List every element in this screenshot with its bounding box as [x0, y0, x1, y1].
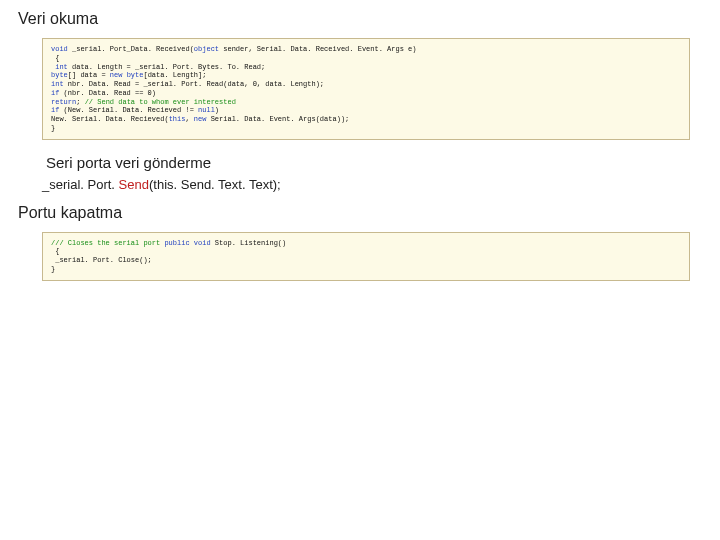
code-token: int — [51, 63, 68, 71]
heading-read: Veri okuma — [18, 10, 702, 28]
code-token: New. Serial. Data. Recieved( — [51, 115, 169, 123]
code-token: [data. Length]; — [143, 71, 206, 79]
api-call-line: _serial. Port. Send(this. Send. Text. Te… — [42, 177, 702, 192]
api-suffix: (this. Send. Text. Text); — [149, 177, 281, 192]
code-token: { — [51, 54, 59, 62]
code-token: sender, Serial. Data. Received. Event. A… — [219, 45, 416, 53]
code-token: Serial. Data. Event. Args(data)); — [206, 115, 349, 123]
code-token: , — [185, 115, 193, 123]
code-token: nbr. Data. Read = _serial. Port. Read(da… — [64, 80, 324, 88]
code-token: // Send data to whom ever interested — [85, 98, 236, 106]
code-token: } — [51, 265, 55, 273]
code-token: null — [198, 106, 215, 114]
code-token: _serial. Port_Data. Received( — [68, 45, 194, 53]
code-token: data. Length = _serial. Port. Bytes. To.… — [68, 63, 265, 71]
heading-close: Portu kapatma — [18, 204, 702, 222]
code-token: int — [51, 80, 64, 88]
code-token: [] data = — [68, 71, 110, 79]
code-token: (nbr. Data. Read == 0) — [59, 89, 156, 97]
code-token: ; — [76, 98, 84, 106]
code-token: (New. Serial. Data. Recieved != — [59, 106, 198, 114]
code-token: } — [51, 124, 55, 132]
code-token: public void — [160, 239, 210, 247]
code-token: object — [194, 45, 219, 53]
code-token: ) — [215, 106, 219, 114]
api-prefix: _serial. Port. — [42, 177, 119, 192]
code-token: { — [51, 247, 59, 255]
code-token: _serial. Port. Close(); — [51, 256, 152, 264]
code-token: void — [51, 45, 68, 53]
code-token: this — [169, 115, 186, 123]
code-token: new — [194, 115, 207, 123]
code-token: byte — [51, 71, 68, 79]
code-block-close: /// Closes the serial port public void S… — [42, 232, 690, 281]
api-method: Send — [119, 177, 149, 192]
code-token: /// Closes the serial port — [51, 239, 160, 247]
heading-send: Seri porta veri gönderme — [46, 154, 702, 171]
code-token: new byte — [110, 71, 144, 79]
code-token: Stop. Listening() — [211, 239, 287, 247]
code-block-read: void _serial. Port_Data. Received(object… — [42, 38, 690, 140]
code-token: return — [51, 98, 76, 106]
